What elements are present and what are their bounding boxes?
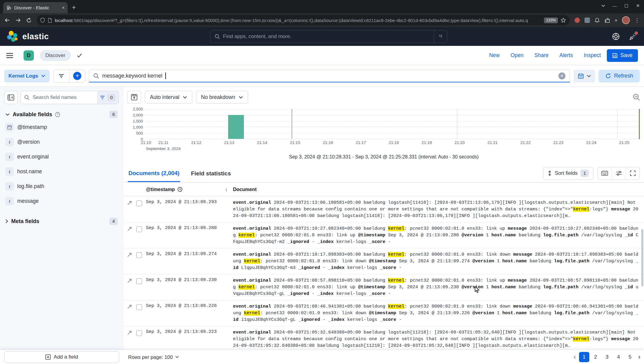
site-info-icon[interactable] <box>48 18 52 23</box>
breakdown-dropdown[interactable]: No breakdown <box>196 91 248 104</box>
toolbar-action-open[interactable]: Open <box>510 52 523 59</box>
forward-icon[interactable] <box>15 18 21 23</box>
row-checkbox[interactable] <box>136 252 142 258</box>
fullscreen-button[interactable] <box>626 167 639 179</box>
tab-close-icon[interactable]: × <box>62 5 65 11</box>
check-icon[interactable] <box>77 53 82 58</box>
page-button-4[interactable]: 4 <box>613 352 624 362</box>
expand-row-icon[interactable] <box>127 226 132 231</box>
menu-icon[interactable] <box>6 53 13 59</box>
add-filter-button[interactable]: + <box>69 70 85 82</box>
expand-row-icon[interactable] <box>127 252 132 257</box>
tab-field-statistics[interactable]: Field statistics <box>190 165 231 181</box>
toolbar-action-new[interactable]: New <box>489 52 500 59</box>
save-button[interactable]: Save <box>607 49 638 62</box>
field-item-@version[interactable]: t@version <box>4 135 119 149</box>
elastic-brand[interactable]: elastic <box>6 30 49 43</box>
browser-tab[interactable]: Discover - Elastic × <box>3 2 68 13</box>
sort-fields-button[interactable]: Sort fields 1 <box>543 167 593 180</box>
global-search[interactable]: Find apps, content, and more. ^/ <box>210 30 447 43</box>
histogram-bar-21:13[interactable] <box>228 115 244 139</box>
url-text[interactable]: localhost:5601/app/discover#/?_g=(filter… <box>55 18 541 23</box>
row-checkbox[interactable] <box>136 330 142 336</box>
url-bar[interactable]: localhost:5601/app/discover#/?_g=(filter… <box>37 15 570 25</box>
field-item-host.name[interactable]: thost.name <box>4 164 119 179</box>
page-button-1[interactable]: 1 <box>579 352 589 362</box>
overflow-chevrons-icon[interactable]: » <box>615 18 617 23</box>
expand-row-icon[interactable] <box>127 304 132 309</box>
clear-query-icon[interactable]: ✕ <box>558 72 565 79</box>
extension-icon[interactable] <box>574 18 580 23</box>
toolbar-action-alerts[interactable]: Alerts <box>559 52 573 59</box>
date-picker-button[interactable] <box>574 70 595 82</box>
tab-documents[interactable]: Documents (2,004) <box>128 164 180 182</box>
extensions-puzzle-icon[interactable] <box>604 18 610 23</box>
chart-options-button[interactable] <box>127 91 141 104</box>
zoom-level-badge[interactable]: 133% <box>544 18 558 23</box>
col-timestamp-label[interactable]: @timestamp <box>146 187 175 192</box>
rows-per-page-button[interactable]: Rows per page: 100 <box>128 354 179 360</box>
table-row[interactable]: Sep 3, 2024 @ 21:13:09.226event.original… <box>124 300 644 326</box>
expand-row-icon[interactable] <box>127 330 132 335</box>
query-input[interactable]: message.keyword kernel ✕ <box>89 70 570 82</box>
refresh-button[interactable]: Refresh <box>599 70 640 82</box>
table-row[interactable]: Sep 3, 2024 @ 21:13:09.293event.original… <box>124 196 644 222</box>
bookmark-star-icon[interactable] <box>561 18 566 23</box>
expand-row-icon[interactable] <box>127 278 132 283</box>
scrollbar-thumb[interactable] <box>641 229 643 286</box>
row-checkbox[interactable] <box>136 304 142 310</box>
site-shield-icon[interactable] <box>40 18 45 23</box>
space-avatar[interactable]: D <box>24 50 34 61</box>
back-icon[interactable] <box>4 18 10 23</box>
collapse-sidebar-button[interactable] <box>4 91 18 104</box>
keyboard-shortcuts-button[interactable] <box>598 167 612 179</box>
page-button-5[interactable]: 5 <box>625 352 635 362</box>
new-tab-button[interactable]: + <box>72 4 76 13</box>
row-checkbox[interactable] <box>136 278 142 284</box>
question-circle-icon[interactable]: ? <box>55 112 60 117</box>
minimize-button[interactable]: — <box>612 3 617 8</box>
interval-dropdown[interactable]: Auto interval <box>145 91 192 104</box>
field-item-message[interactable]: tmessage <box>4 194 119 209</box>
row-checkbox[interactable] <box>136 200 142 206</box>
table-row[interactable]: Sep 3, 2024 @ 21:13:09.230event.original… <box>124 274 644 300</box>
next-page-icon[interactable]: › <box>636 353 642 361</box>
toolbar-action-share[interactable]: Share <box>534 52 549 59</box>
field-filter-button[interactable]: 0 <box>97 91 118 104</box>
window-close-button[interactable]: ✕ <box>636 3 640 8</box>
display-options-button[interactable] <box>612 167 626 179</box>
sort-direction-icon[interactable]: ↓ <box>225 187 228 193</box>
chart-zoom-icon[interactable] <box>633 93 640 101</box>
expand-row-icon[interactable] <box>127 200 132 205</box>
breadcrumb[interactable]: Discover <box>40 50 71 61</box>
tab-list-chevron-icon[interactable] <box>601 4 605 7</box>
field-search-input[interactable]: Search field names 0 <box>21 91 119 104</box>
table-row[interactable]: Sep 3, 2024 @ 21:13:09.223event.original… <box>124 326 644 350</box>
table-row[interactable]: Sep 3, 2024 @ 21:13:09.274event.original… <box>124 248 644 274</box>
browser-menu-icon[interactable]: ⋮ <box>634 17 640 24</box>
prev-page-icon[interactable]: ‹ <box>572 353 578 361</box>
extension-icon[interactable] <box>584 18 590 23</box>
available-fields-header[interactable]: Available fields ? 6 <box>5 111 118 118</box>
field-item-log.file.path[interactable]: tlog.file.path <box>4 179 119 194</box>
maximize-button[interactable] <box>625 4 628 8</box>
table-row[interactable]: Sep 3, 2024 @ 21:13:09.280event.original… <box>124 222 644 248</box>
data-view-picker[interactable]: Kernel Logs <box>4 70 50 82</box>
row-checkbox[interactable] <box>136 226 142 232</box>
news-icon-wrap[interactable] <box>629 33 637 40</box>
reload-icon[interactable] <box>26 18 32 23</box>
refresh-icon <box>605 73 611 79</box>
toolbar-action-inspect[interactable]: Inspect <box>584 52 601 59</box>
bell-icon[interactable] <box>594 18 600 23</box>
add-field-button[interactable]: Add a field <box>4 351 119 363</box>
help-icon[interactable] <box>612 33 620 40</box>
meta-fields-header[interactable]: Meta fields 4 <box>5 218 118 225</box>
field-item-@timestamp[interactable]: @timestamp <box>4 120 119 135</box>
page-button-3[interactable]: 3 <box>602 352 612 362</box>
x-tick-label: 21:22 <box>520 140 531 145</box>
page-button-2[interactable]: 2 <box>591 352 601 362</box>
browser-profile-avatar[interactable] <box>622 16 630 24</box>
histogram-plot[interactable] <box>146 109 640 139</box>
filters-button[interactable] <box>53 70 69 82</box>
field-item-event.original[interactable]: tevent.original <box>4 149 119 164</box>
